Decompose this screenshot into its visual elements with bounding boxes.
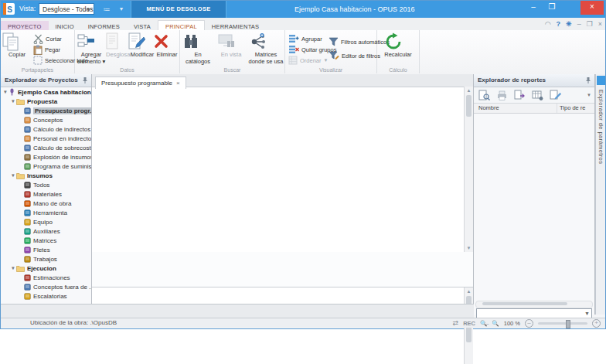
project-tree-item[interactable]: Conceptos [1,115,91,124]
app-icon[interactable]: S [3,3,15,15]
project-tree-item[interactable]: Conceptos fuera de ... [1,282,91,291]
project-tree-item[interactable]: ▾Ejecucion [1,264,91,273]
project-tree-item[interactable]: Explosión de insumos [1,152,91,162]
contextual-tab-menu-desglose[interactable]: MENÚ DE DESGLOSE [131,1,226,18]
project-tree-item[interactable]: ▾Insumos [1,171,91,180]
style-icon[interactable]: ◠ [545,19,551,29]
mdi-restore-icon[interactable]: ❐ [587,19,593,29]
preview-report-icon[interactable] [478,90,490,100]
group-portapapeles: Copiar Cortar Pegar Seleccionar todo Por… [1,30,75,73]
zoom-slider[interactable] [538,322,587,325]
toolbar-overflow-icon[interactable]: ▼ [587,93,591,97]
opus-window: S Vista: Desglose - Todos ▼ ≔ ▼ MENÚ DE … [0,0,606,329]
project-tree-item-label: Insumos [27,172,53,179]
group-label: Buscar [180,67,284,73]
project-tree-item[interactable]: Todos [1,180,91,189]
zoom-level: 100 % [504,320,520,327]
project-tree-item[interactable]: Fletes [1,245,91,254]
budget-vertical-scrollbar[interactable]: ▲▼ [464,87,473,252]
minimize-button[interactable]: – [525,1,542,15]
project-tree-item-label: Trabajos [33,256,57,263]
parameters-explorer-tab[interactable]: Explorador de parámetros [595,74,605,315]
expander-icon[interactable]: ▾ [2,89,9,95]
tab-presupuesto-programable[interactable]: Presupuesto programable× [95,77,186,89]
project-tree-item[interactable]: ▾Propuesta [1,97,91,106]
zoom-tool-icon[interactable]: 🔍 [492,320,499,327]
project-tree-item[interactable]: Cálculo de sobrecostos [1,143,91,152]
binoculars-icon [182,32,214,51]
budget-document: Presupuesto programable× ▲▼ ▲▼ [92,74,474,304]
freight-small-icon [24,247,31,253]
project-tree-item[interactable]: Materiales [1,189,91,199]
zoom-plus-button[interactable]: + [592,319,601,328]
pin-icon[interactable] [585,77,591,84]
close-button[interactable]: × [580,1,604,15]
matrices-usage-button[interactable]: Matrices donde se usa [248,32,284,65]
help-icon[interactable]: ? [557,19,561,29]
search-in-view-button[interactable]: En vista [217,32,245,59]
labor-small-icon [24,200,31,207]
mdi-minimize-icon[interactable]: – [577,19,581,29]
project-tree-item[interactable]: Programa de suminist... [1,162,91,171]
group-calculo: Recalcular Cálculo [377,30,420,73]
export-report-icon[interactable] [514,90,526,100]
view-combo[interactable]: Desglose - Todos ▼ [39,3,94,15]
aux-small-icon [24,228,31,235]
project-tree-item[interactable]: Trabajos [1,254,91,264]
project-explorer-panel: Explorador de Proyectos ▾Ejemplo Casa ha… [1,74,92,304]
pin-icon[interactable] [82,77,88,84]
sync-icon[interactable]: ⇄ [453,319,459,327]
project-tree-item[interactable]: Presupuesto progr... [1,106,91,115]
concepts-out-icon [24,284,31,291]
project-tree-item-label: Ejecucion [27,265,56,272]
report-designer-icon[interactable] [550,90,561,100]
project-tree-item[interactable]: Auxiliares [1,226,91,236]
copy-button[interactable]: Copiar [2,32,32,59]
group-visualizar: Agrupar Quitar grupos Ordenar ▼ Filtros … [285,30,377,73]
project-tree-item[interactable]: Herramienta [1,208,91,217]
zoom-slider-thumb[interactable] [566,320,570,328]
close-tab-icon[interactable]: × [176,80,180,87]
zoom-minus-button[interactable]: – [525,319,533,328]
delete-button[interactable]: Eliminar [152,32,182,59]
quick-access-icon[interactable]: ≔ [100,4,114,15]
project-tree-item[interactable]: Equipo [1,217,91,226]
project-tree-item[interactable]: Escalatorias [1,291,91,301]
project-tree-item[interactable]: Mano de obra [1,199,91,208]
filter-edit-icon [329,51,339,60]
quick-access-dropdown-icon[interactable]: ▼ [117,4,126,15]
mdi-close-icon[interactable]: × [598,19,602,29]
add-element-button[interactable]: Agregar elemento ▾ [77,32,106,65]
overhead-calc-icon [24,145,31,151]
recalculate-button[interactable]: Recalcular [383,32,413,59]
desktop: { "titlebar": { "view_label": "Vista:", … [0,0,606,364]
table-design-icon[interactable] [532,90,543,100]
project-tree-item[interactable]: Estimaciones [1,273,91,282]
project-tree-item[interactable]: Cálculo de indirectos [1,124,91,134]
project-tree-item[interactable]: ▾Ejemplo Casa habitacion [1,87,91,97]
project-tree-item-label: Cálculo de indirectos [33,126,90,133]
group-label: Visualizar [285,67,376,73]
project-tree-item-label: Todos [33,182,49,189]
matrices-small-icon [24,237,31,244]
project-tree-item-label: Estimaciones [33,274,70,281]
project-tree-item[interactable]: Personal en indirectos [1,134,91,143]
expander-icon[interactable]: ▾ [10,265,16,271]
expander-icon[interactable]: ▾ [10,98,16,104]
filter-icon [329,37,339,46]
print-report-icon[interactable] [496,90,508,100]
schedule-icon [24,163,31,170]
work-location-text: Ubicación de la obra: .\OpusDB [30,319,117,326]
search-catalogs-button[interactable]: En catálogos [182,32,214,65]
paste-icon [33,45,43,55]
restore-button[interactable]: ❐ [543,1,560,15]
project-tree-item-label: Fletes [33,247,50,253]
project-tree-item-label: Programa de suminist... [33,163,91,170]
chevron-down-icon: ▼ [584,311,590,316]
sort-icon [288,56,298,65]
project-tree-item[interactable]: Matrices [1,236,91,245]
zoom-out-tool-icon[interactable]: 🔍̶ [480,320,487,327]
project-tree-item-label: Mano de obra [33,200,71,207]
expander-icon[interactable]: ▾ [10,172,16,179]
report-horizontal-scrollbar[interactable] [475,301,593,308]
